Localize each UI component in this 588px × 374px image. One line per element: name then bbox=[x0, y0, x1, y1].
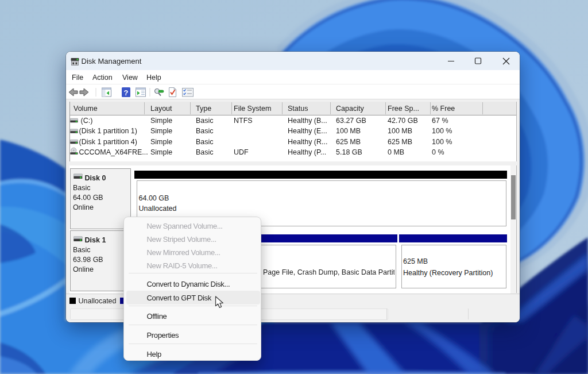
svg-text:?: ? bbox=[123, 88, 128, 97]
